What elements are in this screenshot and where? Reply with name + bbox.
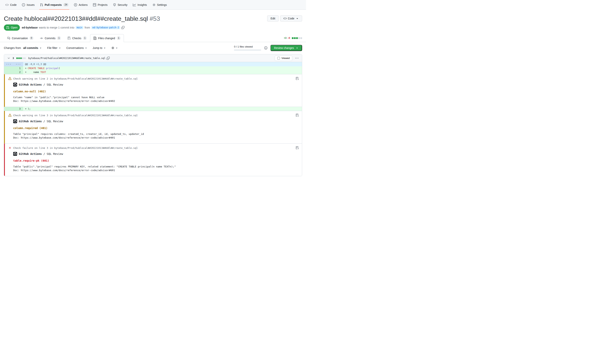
expand-dots: ···: [13, 62, 23, 66]
check-run-icon[interactable]: [296, 146, 299, 149]
nav-label: Settings: [157, 3, 167, 6]
check-app-name[interactable]: GitHub Actions: [19, 152, 42, 156]
check-annotation-warning: Check warning on line 2 in bytebase/Prod…: [4, 74, 302, 107]
conversations-dropdown[interactable]: Conversations: [67, 46, 88, 50]
code-button-label: Code: [288, 17, 294, 20]
check-run-icon[interactable]: [296, 114, 299, 117]
check-doc-link: Doc: https://www.bytebase.com/docs/refer…: [13, 136, 299, 140]
edit-button-label: Edit: [270, 17, 275, 20]
hunk-expander[interactable]: ··· ···: [4, 62, 23, 66]
tab-checks[interactable]: Checks 1: [64, 34, 90, 42]
diffstat-square-empty: [22, 57, 24, 59]
nav-label: Insights: [137, 3, 147, 6]
issue-opened-icon: [22, 3, 25, 6]
tab-count: 1: [57, 36, 61, 40]
edit-button[interactable]: Edit: [267, 15, 279, 22]
check-context: / SQL Review: [43, 120, 63, 123]
diff-settings-dropdown[interactable]: [111, 46, 118, 50]
files-viewed-bar: [234, 49, 261, 51]
jump-to-label: Jump to: [93, 46, 102, 50]
pr-title-text: Create hublocal##20221013##ddl##create_t…: [4, 15, 148, 22]
check-doc-link: Doc: https://www.bytebase.com/docs/refer…: [13, 169, 299, 172]
annotation-header: Check warning on line 3 in bytebase/Prod…: [13, 114, 138, 117]
viewed-checkbox[interactable]: [277, 57, 280, 60]
diffstat-square-filled: [16, 57, 18, 59]
sql-keyword: CREATE TABLE: [28, 67, 46, 70]
check-context: / SQL Review: [43, 152, 63, 156]
nav-label: Code: [10, 3, 16, 6]
info-icon[interactable]: [264, 46, 267, 50]
file-menu-kebab-icon[interactable]: [295, 57, 298, 60]
code-icon: [283, 17, 287, 20]
gear-icon: [152, 3, 156, 6]
check-context: / SQL Review: [43, 83, 63, 86]
nav-item-issues[interactable]: Issues: [19, 0, 37, 10]
chevron-down-icon: [58, 46, 61, 50]
line-number[interactable]: 2: [4, 70, 23, 74]
base-branch-label[interactable]: main: [76, 26, 83, 29]
code-dropdown-button[interactable]: Code: [280, 15, 302, 22]
avatar: [13, 119, 17, 123]
nav-label: Projects: [98, 3, 107, 6]
collapse-file-chevron-icon[interactable]: [6, 57, 12, 60]
tab-conversation[interactable]: Conversation 0: [4, 34, 37, 42]
nav-label: Security: [118, 3, 128, 6]
tab-files-changed[interactable]: Files changed 1: [90, 34, 124, 42]
tab-count: 1: [83, 36, 87, 40]
diff-line-added: 3 +);: [4, 107, 302, 111]
git-pull-request-icon: [40, 3, 43, 6]
diffstat: +3 −0: [284, 37, 302, 42]
check-app-name[interactable]: GitHub Actions: [19, 83, 42, 86]
check-run-icon[interactable]: [296, 77, 299, 80]
nav-item-insights[interactable]: Insights: [130, 0, 149, 10]
deletions-count: −0: [287, 37, 290, 39]
diff-line-code[interactable]: + name TEXT: [23, 70, 46, 74]
file-diff-icon: [93, 37, 96, 40]
page-title: Create hublocal##20221013##ddl##create_t…: [4, 15, 160, 23]
diff-line-added: 1 +CREATE TABLE principal(: [4, 66, 302, 70]
diffstat-square-empty: [298, 37, 300, 39]
pr-author[interactable]: ed-bytebase: [22, 26, 38, 29]
graph-icon: [133, 3, 136, 6]
tab-commits[interactable]: Commits 1: [37, 34, 64, 42]
code-icon: [5, 3, 9, 6]
files-viewed-label: 0 / 1 files viewed: [234, 45, 261, 48]
github-mark-icon: [14, 153, 16, 155]
check-annotation-failure: Check failure on line 3 in bytebase/Prod…: [4, 143, 302, 176]
sql-plain: );: [28, 107, 30, 110]
comment-discussion-icon: [7, 37, 10, 40]
nav-item-security[interactable]: Security: [110, 0, 130, 10]
check-annotation-warning: Check warning on line 3 in bytebase/Prod…: [4, 111, 302, 143]
file-filter-dropdown[interactable]: File filter: [47, 46, 61, 50]
nav-item-code[interactable]: Code: [3, 0, 19, 10]
file-path[interactable]: bytebase/Prod/hublocal##20221013##ddl##c…: [28, 57, 106, 60]
merge-summary: ed-bytebase wants to merge 1 commit into…: [22, 26, 124, 29]
diffstat-square-filled: [292, 37, 293, 39]
warning-triangle-icon: [8, 114, 12, 117]
check-message: Column "name" in "public"."principal" ca…: [13, 95, 299, 99]
from-word: from: [85, 26, 90, 29]
diff-line-code[interactable]: +);: [23, 107, 30, 111]
nav-item-actions[interactable]: Actions: [71, 0, 90, 10]
line-number[interactable]: 3: [4, 107, 23, 111]
viewed-toggle-button[interactable]: Viewed: [275, 55, 292, 61]
avatar: [13, 83, 17, 87]
diff-line-code[interactable]: +CREATE TABLE principal(: [23, 66, 60, 70]
line-number[interactable]: 1: [4, 66, 23, 70]
copy-file-path-icon[interactable]: [106, 57, 110, 60]
check-rule-title: column.no-null (402): [13, 90, 299, 93]
review-changes-button[interactable]: Review changes: [270, 45, 302, 51]
diffstat-square-empty: [24, 57, 26, 59]
changes-from-prefix: Changes from: [4, 46, 21, 50]
nav-item-pull-requests[interactable]: Pull requests 24: [37, 0, 71, 10]
check-app-name[interactable]: GitHub Actions: [19, 120, 42, 123]
head-branch-label[interactable]: ed-bytebase-patch-2: [91, 26, 120, 29]
check-doc-link: Doc: https://www.bytebase.com/docs/refer…: [13, 99, 299, 103]
play-icon: [74, 3, 77, 6]
changes-from-dropdown[interactable]: Changes from all commits: [4, 46, 42, 50]
copy-branch-icon[interactable]: [121, 26, 124, 29]
annotation-header: Check failure on line 3 in bytebase/Prod…: [13, 146, 138, 149]
nav-item-settings[interactable]: Settings: [150, 0, 170, 10]
nav-item-projects[interactable]: Projects: [90, 0, 110, 10]
jump-to-dropdown[interactable]: Jump to: [93, 46, 106, 50]
